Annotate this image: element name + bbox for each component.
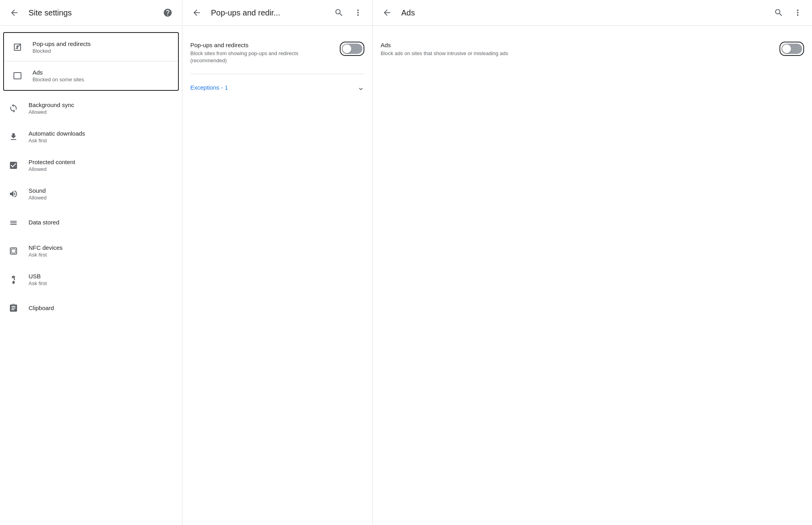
selected-group: Pop-ups and redirects Blocked Ads Blocke… — [3, 32, 179, 91]
clipboard-icon — [6, 301, 21, 315]
clipboard-item-title: Clipboard — [29, 305, 54, 311]
sound-item-subtitle: Allowed — [29, 195, 47, 201]
ads-icon — [10, 69, 25, 83]
popups-title: Pop-ups and redir... — [211, 8, 325, 17]
ads-setting-info: Ads Block ads on sites that show intrusi… — [381, 42, 772, 57]
sync-item-text: Background sync Allowed — [29, 102, 74, 115]
svg-rect-2 — [11, 249, 15, 253]
popups-more-button[interactable] — [350, 5, 366, 21]
download-icon — [6, 130, 21, 144]
help-button[interactable] — [160, 5, 176, 21]
popups-setting-title: Pop-ups and redirects — [190, 42, 332, 48]
data-item-title: Data stored — [29, 219, 59, 226]
exceptions-row: Exceptions - 1 ⌄ — [190, 74, 364, 100]
popup-item-subtitle: Blocked — [33, 48, 91, 54]
usb-item-subtitle: Ask first — [29, 280, 47, 286]
ads-header-icons — [771, 5, 806, 21]
ads-title: Ads — [401, 8, 764, 17]
protected-item-text: Protected content Allowed — [29, 159, 75, 172]
ads-content: Ads Block ads on sites that show intrusi… — [373, 26, 812, 73]
popups-header: Pop-ups and redir... — [182, 0, 372, 26]
sidebar-item-nfc-devices[interactable]: NFC devices Ask first — [0, 237, 182, 265]
sidebar-item-background-sync[interactable]: Background sync Allowed — [0, 94, 182, 123]
popups-setting-info: Pop-ups and redirects Block sites from s… — [190, 42, 332, 64]
nfc-item-subtitle: Ask first — [29, 252, 63, 258]
sidebar-item-automatic-downloads[interactable]: Automatic downloads Ask first — [0, 123, 182, 151]
data-icon — [6, 215, 21, 230]
ads-setting-row: Ads Block ads on sites that show intrusi… — [381, 35, 804, 63]
download-item-text: Automatic downloads Ask first — [29, 130, 85, 144]
popups-setting-desc: Block sites from showing pop-ups and red… — [190, 50, 332, 64]
nfc-item-title: NFC devices — [29, 244, 63, 251]
sidebar-item-clipboard[interactable]: Clipboard — [0, 294, 182, 322]
popups-search-button[interactable] — [331, 5, 347, 21]
popups-content: Pop-ups and redirects Block sites from s… — [182, 26, 372, 110]
svg-rect-0 — [14, 73, 21, 79]
popups-setting-row: Pop-ups and redirects Block sites from s… — [190, 35, 364, 71]
nfc-item-text: NFC devices Ask first — [29, 244, 63, 258]
ads-search-button[interactable] — [771, 5, 787, 21]
protected-item-title: Protected content — [29, 159, 75, 165]
sync-item-subtitle: Allowed — [29, 109, 74, 115]
sound-icon — [6, 187, 21, 201]
back-button[interactable] — [6, 5, 22, 21]
sidebar-item-usb[interactable]: USB Ask first — [0, 265, 182, 294]
ads-setting-title: Ads — [381, 42, 772, 48]
ads-item-subtitle: Blocked on some sites — [33, 77, 84, 82]
sidebar-item-ads[interactable]: Ads Blocked on some sites — [4, 61, 178, 90]
ads-panel: Ads Ads Block ads on sites that show int… — [373, 0, 812, 525]
sidebar-item-sound[interactable]: Sound Allowed — [0, 180, 182, 208]
site-settings-header: Site settings — [0, 0, 182, 26]
settings-list: Pop-ups and redirects Blocked Ads Blocke… — [0, 26, 182, 326]
site-settings-panel: Site settings Pop-ups and redirects Bloc… — [0, 0, 182, 525]
ads-item-text: Ads Blocked on some sites — [33, 69, 84, 82]
nfc-icon — [6, 244, 21, 258]
chevron-down-icon[interactable]: ⌄ — [357, 82, 364, 92]
exceptions-label: Exceptions — [190, 84, 219, 91]
sidebar-item-popups[interactable]: Pop-ups and redirects Blocked — [4, 33, 178, 61]
ads-toggle-wrapper — [779, 42, 804, 56]
usb-item-title: USB — [29, 273, 47, 280]
sound-item-text: Sound Allowed — [29, 187, 47, 201]
ads-header: Ads — [373, 0, 812, 26]
ads-item-title: Ads — [33, 69, 84, 76]
download-item-title: Automatic downloads — [29, 130, 85, 137]
sidebar-item-protected-content[interactable]: Protected content Allowed — [0, 151, 182, 180]
sync-item-title: Background sync — [29, 102, 74, 108]
usb-item-text: USB Ask first — [29, 273, 47, 286]
popup-item-title: Pop-ups and redirects — [33, 40, 91, 47]
protected-item-subtitle: Allowed — [29, 166, 75, 172]
data-item-text: Data stored — [29, 219, 59, 226]
clipboard-item-text: Clipboard — [29, 305, 54, 312]
popups-back-button[interactable] — [189, 5, 205, 21]
popup-item-text: Pop-ups and redirects Blocked — [33, 40, 91, 54]
ads-back-button[interactable] — [379, 5, 395, 21]
sound-item-title: Sound — [29, 187, 47, 194]
popup-icon — [10, 40, 25, 54]
site-settings-title: Site settings — [29, 8, 153, 17]
popups-header-icons — [331, 5, 366, 21]
download-item-subtitle: Ask first — [29, 138, 85, 144]
popups-toggle-wrapper — [340, 42, 364, 56]
popups-toggle[interactable] — [342, 44, 362, 54]
sync-icon — [6, 101, 21, 115]
ads-more-button[interactable] — [790, 5, 806, 21]
exceptions-count: 1 — [225, 84, 228, 91]
usb-icon — [6, 272, 21, 287]
popups-panel: Pop-ups and redir... Pop-ups and redirec… — [182, 0, 373, 525]
exceptions-link[interactable]: Exceptions - 1 — [190, 84, 228, 91]
sidebar-item-data-stored[interactable]: Data stored — [0, 208, 182, 237]
ads-toggle[interactable] — [781, 44, 802, 54]
exceptions-separator: - — [219, 84, 224, 91]
ads-setting-desc: Block ads on sites that show intrusive o… — [381, 50, 772, 57]
protected-icon — [6, 158, 21, 172]
